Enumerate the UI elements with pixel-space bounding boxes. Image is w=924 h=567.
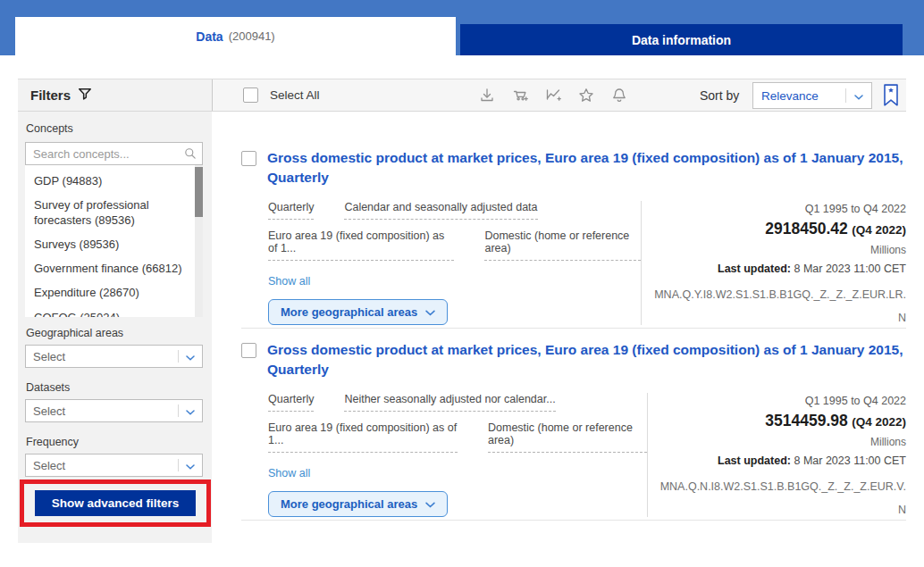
result-item: Gross domestic product at market prices,… (241, 329, 906, 521)
download-icon[interactable] (476, 85, 498, 106)
result-title[interactable]: Gross domestic product at market prices,… (267, 340, 906, 379)
chevron-down-icon (186, 457, 195, 473)
star-icon[interactable] (575, 85, 597, 106)
observation-period: Q1 1995 to Q4 2022 (660, 395, 906, 407)
toolbar-strip: Filters Select All (18, 79, 906, 112)
select-separator (178, 404, 179, 417)
frequency-select[interactable]: Select (25, 454, 203, 477)
latest-value-period: (Q4 2022) (852, 415, 906, 429)
result-metadata: Quarterly Calendar and seasonally adjust… (268, 201, 641, 325)
bookmark-icon[interactable] (881, 83, 901, 108)
counterpart-tag: Domestic (home or reference area) (488, 421, 647, 453)
result-title[interactable]: Gross domestic product at market prices,… (267, 148, 906, 188)
result-checkbox[interactable] (241, 151, 256, 166)
select-separator (178, 350, 179, 363)
last-updated: Last updated: 8 Mar 2023 11:00 CET (654, 263, 906, 275)
filters-sidebar: Concepts GDP (94883) Survey of professio… (18, 112, 212, 543)
series-key-suffix: N (654, 312, 906, 324)
series-key: MNA.Q.N.I8.W2.S1.S1.B.B1GQ._Z._Z._Z.EUR.… (660, 480, 906, 493)
bulk-action-icons (476, 79, 630, 111)
concepts-label: Concepts (26, 122, 73, 135)
sort-separator (845, 88, 846, 103)
funnel-icon (78, 87, 92, 104)
last-updated-label: Last updated: (718, 263, 791, 275)
result-checkbox[interactable] (241, 343, 256, 358)
tag-row: Quarterly Calendar and seasonally adjust… (268, 201, 641, 220)
more-geographical-areas-label: More geographical areas (281, 305, 417, 319)
result-item: Gross domestic product at market prices,… (241, 143, 906, 329)
result-body: Quarterly Calendar and seasonally adjust… (268, 201, 906, 325)
list-item[interactable]: Surveys (89536) (34, 238, 187, 252)
result-values: Q1 1995 to Q4 2022 3514459.98 (Q4 2022) … (647, 393, 906, 517)
tab-data-information[interactable]: Data information (460, 24, 903, 55)
unit-label: Millions (660, 436, 906, 448)
latest-value: 2918450.42 (765, 220, 847, 238)
result-head: Gross domestic product at market prices,… (241, 148, 906, 188)
frequency-label: Frequency (26, 436, 79, 448)
unit-label: Millions (654, 244, 906, 256)
result-metadata: Quarterly Neither seasonally adjusted no… (268, 393, 647, 517)
concepts-search (25, 142, 203, 165)
counterpart-tag: Domestic (home or reference area) (484, 229, 641, 261)
tab-data-label: Data (196, 29, 223, 44)
tag-row: Euro area 19 (fixed composition) as of 1… (268, 421, 647, 453)
list-item[interactable]: COFOG (25024) (34, 311, 187, 318)
list-item[interactable]: Survey of professional forecasters (8953… (34, 198, 187, 228)
select-all-label: Select All (270, 88, 320, 102)
strip-divider (212, 79, 213, 111)
filters-title: Filters (30, 88, 71, 103)
list-item[interactable]: GDP (94883) (34, 174, 187, 188)
tab-data[interactable]: Data (200941) (15, 17, 456, 55)
show-advanced-filters-button[interactable]: Show advanced filters (35, 490, 196, 516)
tag-row: Quarterly Neither seasonally adjusted no… (268, 393, 647, 412)
latest-value-period: (Q4 2022) (852, 223, 906, 237)
scrollbar-track[interactable] (195, 165, 203, 317)
more-geographical-areas-button[interactable]: More geographical areas (268, 299, 448, 325)
result-values: Q1 1995 to Q4 2022 2918450.42 (Q4 2022) … (641, 201, 906, 325)
more-geographical-areas-button[interactable]: More geographical areas (268, 491, 448, 517)
cart-add-icon[interactable] (509, 85, 531, 106)
bell-icon[interactable] (609, 85, 630, 106)
datasets-select[interactable]: Select (25, 399, 203, 422)
more-geographical-areas-label: More geographical areas (281, 497, 417, 511)
list-item[interactable]: Government finance (66812) (34, 262, 187, 276)
result-head: Gross domestic product at market prices,… (241, 340, 906, 379)
sort-by-label: Sort by (700, 79, 739, 111)
search-icon (183, 146, 197, 164)
frequency-tag: Quarterly (268, 201, 314, 220)
area-tag: Euro area 19 (fixed composition) as of 1… (268, 421, 458, 453)
last-updated: Last updated: 8 Mar 2023 11:00 CET (660, 454, 906, 467)
result-body: Quarterly Neither seasonally adjusted no… (268, 393, 906, 517)
top-tab-band: Data (200941) Data information (0, 0, 924, 55)
select-all-control: Select All (243, 79, 320, 111)
adjustment-tag: Calendar and seasonally adjusted data (344, 201, 537, 220)
list-item[interactable]: Expenditure (28670) (34, 286, 187, 300)
select-all-checkbox[interactable] (243, 88, 258, 103)
geographical-areas-select[interactable]: Select (25, 345, 203, 368)
filters-header: Filters (18, 79, 212, 111)
last-updated-value: 8 Mar 2023 11:00 CET (794, 263, 906, 275)
frequency-value: Select (33, 459, 178, 472)
chart-add-icon[interactable] (542, 85, 564, 106)
latest-value: 3514459.98 (765, 412, 847, 429)
chevron-down-icon (186, 348, 195, 364)
show-all-link[interactable]: Show all (268, 467, 310, 479)
tag-row: Euro area 19 (fixed composition) as of 1… (268, 229, 641, 261)
adjustment-tag: Neither seasonally adjusted nor calendar… (344, 393, 555, 412)
area-tag: Euro area 19 (fixed composition) as of 1… (268, 229, 454, 261)
series-key-suffix: N (660, 504, 906, 516)
last-updated-value: 8 Mar 2023 11:00 CET (794, 454, 906, 467)
highlight-annotation: Show advanced filters (20, 479, 211, 527)
search-input[interactable] (25, 142, 203, 165)
datasets-label: Datasets (26, 381, 70, 394)
sort-dropdown[interactable]: Relevance (752, 82, 872, 109)
last-updated-label: Last updated: (718, 454, 791, 467)
select-separator (178, 459, 179, 471)
series-key: MNA.Q.Y.I8.W2.S1.S1.B.B1GQ._Z._Z._Z.EUR.… (654, 288, 906, 301)
show-all-link[interactable]: Show all (268, 275, 310, 288)
chevron-down-icon (854, 88, 863, 104)
tab-data-count: (200941) (229, 29, 275, 43)
observation-period: Q1 1995 to Q4 2022 (654, 203, 906, 215)
scrollbar-thumb[interactable] (195, 167, 203, 217)
geographical-areas-value: Select (33, 350, 178, 363)
